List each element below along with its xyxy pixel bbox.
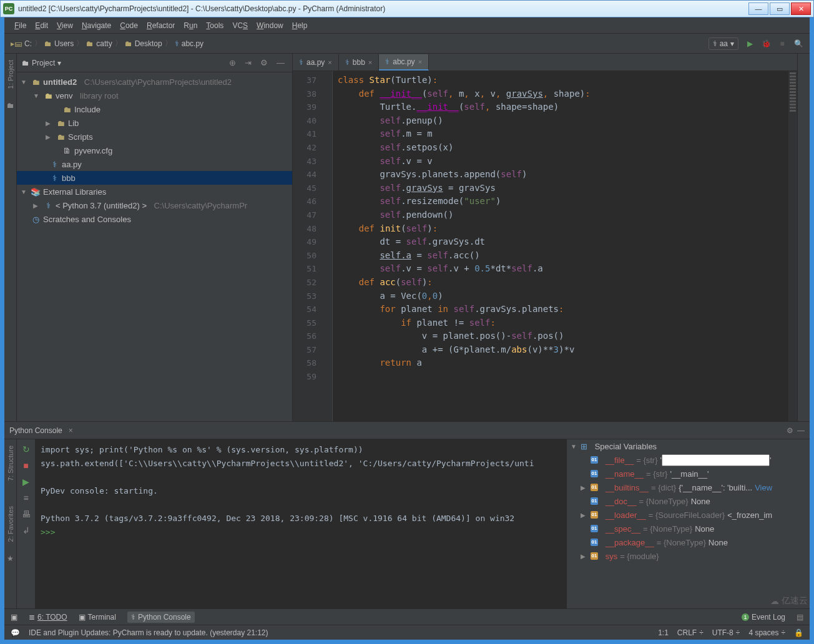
tab-abc[interactable]: ⚕abc.py× (379, 54, 429, 71)
sidebar-folder-icon[interactable]: 🖿 (7, 101, 14, 110)
tree-lib[interactable]: ▶🖿Lib (17, 116, 292, 130)
var-row[interactable]: 01 __doc__ = {NoneType} None (567, 494, 810, 508)
close-icon[interactable]: × (418, 58, 422, 66)
settings-icon[interactable]: ⚙ (258, 58, 270, 67)
app-icon: PC (3, 3, 14, 14)
menu-view[interactable]: View (53, 21, 77, 30)
debug-button[interactable]: 🐞 (761, 39, 771, 49)
console-title[interactable]: Python Console (9, 426, 62, 435)
crumb-desktop[interactable]: 🖿 Desktop (125, 39, 162, 48)
show-tools-icon[interactable]: ▣ (11, 613, 17, 622)
left-tool-strip: 1: Project 🖿 (4, 54, 17, 421)
crumb-users[interactable]: 🖿 Users (44, 39, 74, 48)
console-tab[interactable]: ⚕ Python Console (127, 612, 195, 623)
menu-window[interactable]: Window (253, 21, 287, 30)
title-bar: PC untitled2 [C:\Users\catty\PycharmProj… (0, 0, 814, 17)
var-row[interactable]: ▶01 __loader__ = {SourceFileLoader} <_fr… (567, 508, 810, 522)
window-title: untitled2 [C:\Users\catty\PycharmProject… (18, 4, 748, 13)
menu-bar: File Edit View Navigate Code Refactor Ru… (4, 17, 810, 34)
encoding[interactable]: UTF-8 ÷ (712, 628, 740, 637)
search-button[interactable]: 🔍 (793, 39, 803, 49)
left-strip-2: 7: Structure 2: Favorites ★ (4, 439, 17, 608)
locate-icon[interactable]: ⊕ (227, 58, 238, 67)
stop-icon[interactable]: ■ (23, 461, 28, 471)
console-settings-icon[interactable]: ⚙ (787, 426, 793, 435)
menu-code[interactable]: Code (116, 21, 142, 30)
star-icon[interactable]: ★ (7, 554, 14, 563)
close-button[interactable]: ✕ (791, 2, 811, 15)
close-icon[interactable]: × (328, 59, 331, 66)
editor: ⚕aa.py× ⚕bbb× ⚕abc.py× 37 38 39 40 41 42… (293, 54, 797, 421)
code-area[interactable]: class Star(Turtle): def __init__(self, m… (333, 71, 788, 421)
terminal-tab[interactable]: ▣ Terminal (79, 613, 116, 622)
editor-tabs: ⚕aa.py× ⚕bbb× ⚕abc.py× (293, 54, 797, 71)
lock-icon[interactable]: 🔒 (794, 628, 803, 637)
var-row[interactable]: 01 __package__ = {NoneType} None (567, 535, 810, 549)
tab-aa[interactable]: ⚕aa.py× (293, 54, 339, 71)
tree-scripts[interactable]: ▶🖿Scripts (17, 130, 292, 144)
tree-scratch[interactable]: ◷Scratches and Consoles (17, 212, 292, 226)
crumb-catty[interactable]: 🖿 catty (86, 39, 112, 48)
run-config-select[interactable]: ⚕aa ▾ (709, 37, 738, 50)
watermark: ☁ 亿速云 (770, 595, 808, 607)
var-row[interactable]: 01 __spec__ = {NoneType} None (567, 522, 810, 535)
hide-icon[interactable]: — (274, 58, 287, 67)
tree-ext[interactable]: ▼📚External Libraries (17, 185, 292, 198)
project-panel: 🖿 Project ▾ ⊕ ⇥ ⚙ — ▼🖿untitled2 C:\Users… (17, 54, 293, 421)
menu-refactor[interactable]: Refactor (143, 21, 179, 30)
line-sep[interactable]: CRLF ÷ (677, 628, 704, 637)
event-log[interactable]: 1Event Log (742, 613, 785, 622)
line-gutter[interactable]: 37 38 39 40 41 42 43 44 45 46 47 48 49 5… (293, 71, 321, 421)
rerun-icon[interactable]: ↻ (22, 444, 30, 454)
vars-header[interactable]: ▼⊞ Special Variables (567, 439, 810, 453)
menu-vcs[interactable]: VCS (228, 21, 252, 30)
sidebar-tab-favorites[interactable]: 2: Favorites (7, 506, 14, 542)
crumb-drive[interactable]: ▸🖴 C: (11, 39, 32, 48)
tree-bbb[interactable]: ⚕bbb (17, 171, 292, 185)
menu-help[interactable]: Help (288, 21, 311, 30)
tree-cfg[interactable]: 🗎pyvenv.cfg (17, 144, 292, 157)
tree-venv[interactable]: ▼🖿venv library root (17, 89, 292, 102)
project-header[interactable]: 🖿 Project ▾ (22, 59, 61, 67)
var-row[interactable]: 01 __name__ = {str} '__main__' (567, 467, 810, 481)
var-row[interactable]: 01 __file__ = {str} '' (567, 453, 810, 467)
sidebar-tab-structure[interactable]: 7: Structure (7, 446, 14, 481)
sidebar-tab-project[interactable]: 1: Project (7, 60, 14, 89)
stop-button[interactable]: ■ (777, 39, 787, 49)
maximize-button[interactable]: ▭ (770, 2, 790, 15)
fold-gutter[interactable] (321, 71, 333, 421)
memory-icon[interactable]: ▤ (797, 613, 803, 622)
minimize-button[interactable]: ― (748, 2, 768, 15)
menu-edit[interactable]: Edit (31, 21, 52, 30)
status-message: IDE and Plugin Updates: PyCharm is ready… (29, 628, 268, 637)
minimap[interactable] (788, 71, 797, 421)
tree-include[interactable]: 🖿Include (17, 102, 292, 116)
tree-py37[interactable]: ▶⚕< Python 3.7 (untitled2) > C:\Users\ca… (17, 198, 292, 212)
print-icon[interactable]: 🖶 (22, 509, 31, 519)
tree-aa[interactable]: ⚕aa.py (17, 157, 292, 171)
console-hide-icon[interactable]: — (797, 426, 805, 435)
caret-pos[interactable]: 1:1 (658, 628, 669, 637)
variables-panel[interactable]: ▼⊞ Special Variables 01 __file__ = {str}… (566, 439, 810, 608)
menu-file[interactable]: File (11, 21, 30, 30)
status-bar: 💬 IDE and Plugin Updates: PyCharm is rea… (4, 625, 810, 640)
todo-tab[interactable]: ≣ 6: TODO (29, 613, 67, 622)
var-row[interactable]: ▶01 sys = {module} (567, 549, 810, 563)
console-output[interactable]: import sys; print('Python %s on %s' % (s… (36, 439, 566, 608)
menu-run[interactable]: Run (180, 21, 201, 30)
collapse-icon[interactable]: ⇥ (242, 58, 254, 67)
balloon-icon[interactable]: 💬 (11, 628, 20, 637)
run-button[interactable]: ▶ (745, 39, 755, 49)
tree-root[interactable]: ▼🖿untitled2 C:\Users\catty\PycharmProjec… (17, 75, 292, 89)
indent[interactable]: 4 spaces ÷ (748, 628, 785, 637)
var-row[interactable]: ▶01 __builtins__ = {dict} {'__name__': '… (567, 481, 810, 494)
close-icon[interactable]: × (368, 59, 372, 66)
soft-wrap-icon[interactable]: ↲ (22, 525, 30, 535)
run-icon[interactable]: ▶ (22, 477, 29, 487)
crumb-file[interactable]: ⚕ abc.py (175, 39, 203, 48)
menu-tools[interactable]: Tools (202, 21, 227, 30)
step-icon[interactable]: ≡ (23, 493, 28, 503)
menu-navigate[interactable]: Navigate (78, 21, 115, 30)
tab-bbb[interactable]: ⚕bbb× (339, 54, 379, 71)
close-console-icon[interactable]: × (69, 426, 73, 435)
